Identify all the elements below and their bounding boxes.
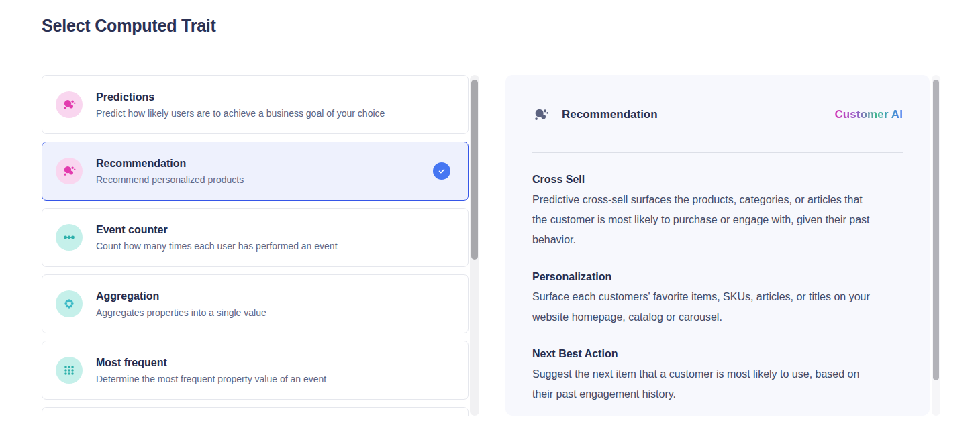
detail-panel: Recommendation Customer AI Cross SellPre…	[505, 75, 930, 416]
splat-icon	[56, 91, 83, 118]
detail-section-cross-sell: Cross SellPredictive cross-sell surfaces…	[532, 172, 876, 250]
detail-scrollbar-thumb[interactable]	[933, 80, 939, 380]
list-item-partial[interactable]	[42, 407, 469, 416]
grid-dots-icon	[56, 357, 83, 384]
page-title: Select Computed Trait	[42, 16, 216, 36]
list-item-most-frequent[interactable]: Most frequentDetermine the most frequent…	[42, 341, 469, 400]
section-body: Suggest the next item that a customer is…	[532, 364, 876, 404]
trait-text: Most frequentDetermine the most frequent…	[96, 356, 326, 385]
detail-header: Recommendation Customer AI	[505, 75, 930, 123]
list-item-recommendation[interactable]: RecommendationRecommend personalized pro…	[42, 142, 469, 201]
ring-dots-icon	[56, 290, 83, 317]
section-body: Predictive cross-sell surfaces the produ…	[532, 190, 876, 250]
trait-text: AggregationAggregates properties into a …	[96, 290, 266, 319]
section-heading: Personalization	[532, 270, 876, 284]
detail-sections: Cross SellPredictive cross-sell surfaces…	[505, 172, 930, 404]
trait-description: Count how many times each user has perfo…	[96, 240, 338, 252]
list-scrollbar-thumb[interactable]	[471, 80, 478, 260]
list-scrollbar-track[interactable]	[470, 75, 479, 416]
trait-title: Event counter	[96, 223, 338, 237]
detail-section-next-best-action: Next Best ActionSuggest the next item th…	[532, 347, 876, 404]
trait-title: Most frequent	[96, 356, 326, 370]
trait-title: Recommendation	[96, 157, 244, 170]
trait-description: Predict how likely users are to achieve …	[96, 107, 385, 119]
list-item-predictions[interactable]: PredictionsPredict how likely users are …	[42, 75, 469, 134]
trait-description: Aggregates properties into a single valu…	[96, 306, 266, 319]
check-icon	[433, 162, 450, 180]
beads-icon	[56, 224, 83, 251]
trait-list: PredictionsPredict how likely users are …	[42, 75, 469, 416]
section-body: Surface each customers' favorite items, …	[532, 287, 876, 327]
trait-text: Event counterCount how many times each u…	[96, 223, 338, 252]
customer-ai-badge: Customer AI	[834, 108, 903, 121]
trait-title: Predictions	[96, 91, 385, 104]
splat-icon	[532, 106, 550, 123]
trait-description: Determine the most frequent property val…	[96, 373, 326, 385]
trait-text: PredictionsPredict how likely users are …	[96, 91, 385, 119]
detail-section-personalization: PersonalizationSurface each customers' f…	[532, 270, 876, 327]
trait-description: Recommend personalized products	[96, 174, 244, 186]
trait-text: RecommendationRecommend personalized pro…	[96, 157, 244, 186]
list-item-event-counter[interactable]: Event counterCount how many times each u…	[42, 208, 469, 267]
detail-scrollbar-track[interactable]	[932, 75, 940, 416]
trait-title: Aggregation	[96, 290, 266, 303]
list-item-aggregation[interactable]: AggregationAggregates properties into a …	[42, 274, 469, 333]
section-heading: Cross Sell	[532, 172, 876, 187]
section-heading: Next Best Action	[532, 347, 876, 361]
splat-icon	[56, 158, 83, 184]
header-divider	[532, 152, 903, 153]
detail-title: Recommendation	[562, 108, 658, 121]
